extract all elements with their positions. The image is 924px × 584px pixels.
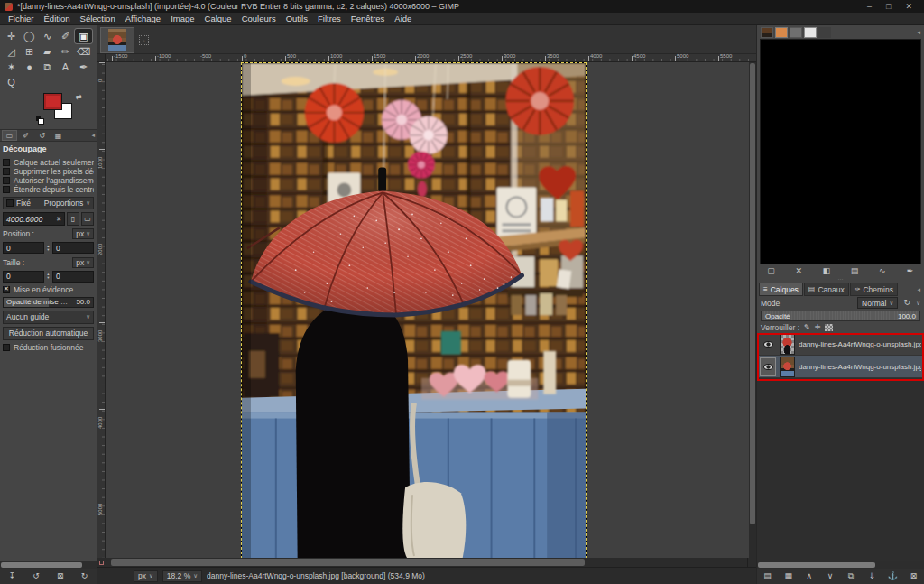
tool-options-scrollbar[interactable] (0, 561, 97, 569)
lock-pixels-icon[interactable]: ✎ (804, 323, 810, 331)
chevron-down-icon[interactable]: ∨ (916, 300, 920, 307)
pencil-tool[interactable]: ✏ (57, 44, 74, 59)
visibility-cell[interactable] (760, 357, 776, 376)
shear-tool[interactable]: ◿ (3, 44, 20, 59)
menu-item-affichage[interactable]: Affichage (121, 14, 165, 23)
merge-layer-button[interactable]: ⇓ (865, 572, 878, 580)
highlight-opacity-slider[interactable]: Opacité de mise en ... 50.0 (3, 297, 94, 308)
tab-calques[interactable]: ≡Calques (759, 283, 803, 296)
move-tool[interactable]: ✛ (3, 29, 20, 43)
dock-tab-empty[interactable] (818, 27, 831, 38)
dock-tab-pattern[interactable] (775, 27, 788, 38)
layer-row[interactable]: danny-lines-Aa4rtWnqg-o-unsplash.jpg [fo… (757, 333, 924, 356)
size-y-input[interactable]: 0 (52, 271, 94, 283)
anchor-layer-button[interactable]: ⚓ (886, 572, 899, 580)
select-none-button[interactable]: ✕ (792, 267, 805, 275)
dock-menu-icon[interactable]: ◂ (917, 29, 920, 36)
fixed-ratio-combo[interactable]: Fixé Proportions ∨ (3, 197, 94, 209)
lower-layer-button[interactable]: ∨ (824, 572, 836, 580)
images-tab[interactable]: ▦ (51, 130, 66, 141)
tab-canaux[interactable]: ▤Canaux (804, 283, 849, 296)
menu-item-e-dition[interactable]: Édition (40, 14, 75, 23)
menu-item-calque[interactable]: Calque (200, 14, 236, 23)
dock-tab-image-thumbnail[interactable] (761, 27, 773, 38)
quick-mask-toggle[interactable] (97, 558, 106, 567)
selection-editor-preview[interactable] (760, 39, 921, 264)
dock-menu-icon[interactable]: ◂ (91, 132, 95, 139)
auto-shrink-button[interactable]: Réduction automatique (3, 327, 94, 340)
minimize-button[interactable]: – (867, 2, 872, 11)
highlight-checkbox[interactable] (3, 286, 10, 293)
new-layer-button[interactable]: ▤ (762, 572, 774, 580)
duplicate-layer-button[interactable]: ⧉ (845, 572, 857, 580)
crop-tool[interactable]: ▣ (75, 29, 92, 43)
ratio-input[interactable]: 4000:6000 ✖ (3, 212, 65, 225)
canvas-viewport[interactable] (106, 62, 749, 558)
zoom-tool[interactable]: Q (3, 75, 20, 89)
zoom-combo[interactable]: 18.2 % ∨ (162, 570, 202, 582)
unit-combo[interactable]: px ∨ (134, 570, 158, 582)
size-x-input[interactable]: 0 (3, 271, 44, 283)
landscape-orientation-button[interactable]: ▭ (81, 212, 94, 225)
swap-colors-icon[interactable]: ⇄ (76, 93, 82, 101)
menu-item-image[interactable]: Image (166, 14, 199, 23)
dock-tab-gradient[interactable] (790, 27, 802, 38)
menu-item-filtres[interactable]: Filtres (313, 14, 346, 23)
dockable-drop-target-icon[interactable]: ◦ (139, 35, 149, 45)
dock-tab-document[interactable] (804, 27, 817, 38)
clone-tool[interactable]: ⧉ (39, 60, 56, 74)
raise-layer-button[interactable]: ∧ (803, 572, 816, 580)
menu-item-se-lection[interactable]: Sélection (76, 14, 120, 23)
menu-item-couleurs[interactable]: Couleurs (237, 14, 281, 23)
save-tool-preset-button[interactable]: ↧ (5, 572, 18, 580)
delete-layer-button[interactable]: ⊠ (907, 572, 919, 580)
clear-icon[interactable]: ✖ (56, 216, 61, 223)
vertical-scrollbar[interactable] (749, 62, 756, 558)
spinner-icon[interactable]: ▴▾ (45, 245, 51, 252)
maximize-button[interactable]: □ (886, 2, 891, 11)
checkbox-autoriser-l-agrandissement[interactable] (3, 177, 10, 184)
lock-alpha-icon[interactable] (825, 324, 833, 331)
position-x-input[interactable]: 0 (3, 242, 44, 254)
unified-transform-tool[interactable]: ⊞ (21, 44, 38, 59)
reset-tool-options-button[interactable]: ↻ (79, 572, 91, 580)
layers-scrollbar[interactable] (757, 561, 924, 569)
default-colors-icon[interactable] (36, 116, 44, 125)
text-tool[interactable]: A (57, 60, 74, 74)
layer-opacity-slider[interactable]: Opacité 100.0 (761, 311, 920, 321)
stroke-selection-button[interactable]: ✒ (904, 267, 917, 275)
size-unit-combo[interactable]: px ∨ (72, 257, 94, 268)
mode-switch-button[interactable]: ↻ (901, 299, 913, 307)
bucket-fill-tool[interactable]: ▰ (39, 44, 56, 59)
shrink-merged-checkbox[interactable] (3, 344, 10, 351)
ink-tool[interactable]: ✒ (75, 60, 92, 74)
navigation-button[interactable] (747, 558, 756, 567)
mode-combo[interactable]: Normal ∨ (857, 297, 898, 309)
horizontal-ruler[interactable]: -1500-1000-50005001000150020002500300035… (106, 54, 756, 62)
new-group-button[interactable]: ▦ (782, 572, 795, 580)
free-select-tool[interactable]: ∿ (39, 29, 56, 43)
eraser-tool[interactable]: ⌫ (75, 44, 92, 59)
menu-item-fichier[interactable]: Fichier (4, 14, 39, 23)
blur-tool[interactable]: ● (21, 60, 38, 74)
tool-options-tab[interactable]: ▭ (2, 130, 17, 141)
measure-tool[interactable]: ✐ (57, 29, 74, 43)
fixed-checkbox[interactable] (6, 199, 14, 207)
position-y-input[interactable]: 0 (52, 242, 94, 254)
restore-tool-preset-button[interactable]: ↺ (30, 572, 42, 580)
selection-to-path-button[interactable]: ∿ (876, 267, 889, 275)
delete-tool-preset-button[interactable]: ⊠ (54, 572, 67, 580)
save-to-channel-button[interactable]: ▤ (848, 267, 861, 275)
tab-chemins[interactable]: ✑Chemins (850, 283, 898, 296)
layer-row[interactable]: danny-lines-Aa4rtWnqg-o-unsplash.jpg [ba… (757, 356, 924, 378)
close-button[interactable]: ✕ (905, 2, 912, 11)
foreground-color-swatch[interactable] (43, 93, 62, 110)
select-all-button[interactable]: ▢ (764, 267, 777, 275)
menu-item-aide[interactable]: Aide (390, 14, 416, 23)
ruler-corner[interactable] (97, 54, 106, 62)
airbrush-tool[interactable]: ✶ (3, 60, 20, 74)
menu-item-outils[interactable]: Outils (282, 14, 312, 23)
vertical-ruler[interactable]: 010002000300040005000 (97, 62, 106, 558)
checkbox-supprimer-les-pixels-de-coupe-s[interactable] (3, 168, 10, 175)
image-tab[interactable] (100, 27, 134, 53)
